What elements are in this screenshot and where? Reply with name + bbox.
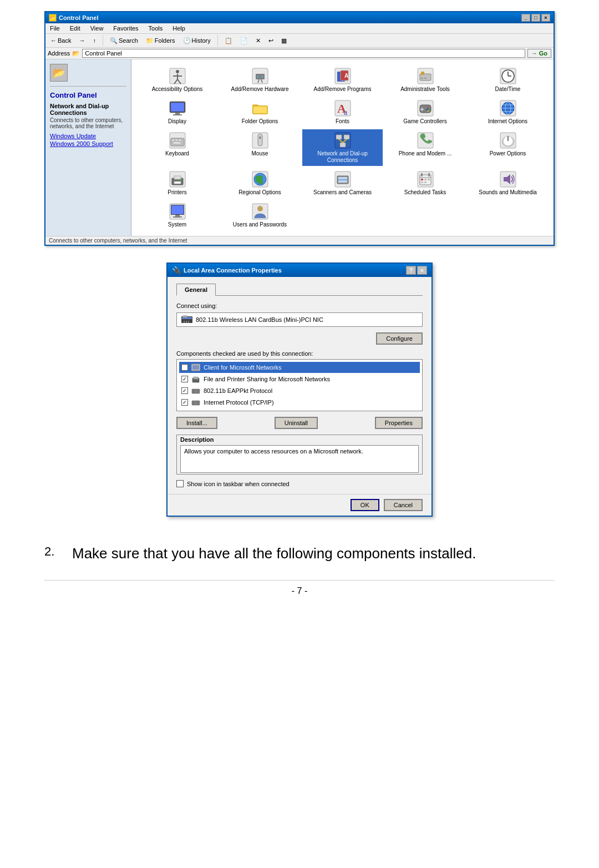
checkbox-3[interactable]: ✓ xyxy=(181,399,188,406)
history-icon: 🕐 xyxy=(183,37,191,44)
uninstall-button[interactable]: Uninstall xyxy=(275,417,318,429)
svg-rect-76 xyxy=(421,179,423,180)
gamecontrollers-icon xyxy=(417,99,434,117)
install-button[interactable]: Install... xyxy=(176,417,217,429)
menu-file[interactable]: File xyxy=(48,24,62,32)
menu-view[interactable]: View xyxy=(88,24,106,32)
folders-button[interactable]: 📁 Folders xyxy=(143,36,178,46)
dialog-help-button[interactable]: ? xyxy=(406,266,416,275)
connect-using-label: Connect using: xyxy=(176,302,423,309)
regional-icon xyxy=(251,170,269,188)
windows-support-link[interactable]: Windows 2000 Support xyxy=(50,140,126,147)
checkbox-1[interactable]: ✓ xyxy=(181,376,188,382)
description-text: Allows your computer to access resources… xyxy=(180,445,419,473)
titlebar-icon: 📂 xyxy=(49,14,57,22)
undo-button[interactable]: ↩ xyxy=(266,36,276,46)
menu-help[interactable]: Help xyxy=(170,24,187,32)
cp-label-programs: Add/Remove Programs xyxy=(314,86,372,93)
component-item-2[interactable]: ✓ 802.11b EAPPkt Protocol xyxy=(179,385,420,396)
cp-item-programs[interactable]: A Add/Remove Programs xyxy=(302,65,383,95)
cancel-button[interactable]: Cancel xyxy=(384,499,423,511)
close-button[interactable]: × xyxy=(541,14,550,22)
svg-rect-22 xyxy=(171,103,184,112)
fonts-icon: Aa xyxy=(334,99,352,117)
svg-rect-85 xyxy=(171,205,184,214)
back-icon: ← xyxy=(50,37,57,44)
go-button[interactable]: → Go xyxy=(527,49,551,58)
cp-item-folder[interactable]: Folder Options xyxy=(220,97,300,127)
history-button[interactable]: 🕐 History xyxy=(180,36,214,46)
toolbar: ← Back → ↑ 🔍 Search 📁 Folders 🕐 History … xyxy=(45,34,554,48)
cp-item-users[interactable]: Users and Passwords xyxy=(220,200,300,230)
cp-item-display[interactable]: Display xyxy=(137,97,217,127)
forward-button[interactable]: → xyxy=(76,36,88,46)
cp-item-keyboard[interactable]: Keyboard xyxy=(137,129,217,166)
address-input[interactable]: Control Panel xyxy=(82,49,525,58)
cp-item-admin[interactable]: Administrative Tools xyxy=(385,65,465,95)
cp-item-scanners[interactable]: Scanners and Cameras xyxy=(302,168,383,198)
cp-item-mouse[interactable]: Mouse xyxy=(220,129,300,166)
toolbar-separator-2 xyxy=(217,35,218,46)
show-icon-checkbox[interactable] xyxy=(176,480,184,487)
cp-item-scheduled[interactable]: Scheduled Tasks xyxy=(385,168,465,198)
svg-point-102 xyxy=(197,379,198,380)
tab-general[interactable]: General xyxy=(176,284,216,296)
svg-text:a: a xyxy=(344,108,348,117)
menu-favorites[interactable]: Favorites xyxy=(111,24,140,32)
folders-label: Folders xyxy=(155,37,175,44)
svg-rect-87 xyxy=(173,216,182,218)
window-controls: _ □ × xyxy=(521,14,550,22)
cp-item-accessibility[interactable]: Accessibility Options xyxy=(137,65,217,95)
minimize-button[interactable]: _ xyxy=(521,14,530,22)
cp-item-fonts[interactable]: Aa Fonts xyxy=(302,97,383,127)
scanners-icon xyxy=(334,170,352,188)
component-item-1[interactable]: ✓ File and Printer Sharing for Microsoft… xyxy=(179,374,420,385)
dialog-close-button[interactable]: × xyxy=(417,266,427,275)
menu-edit[interactable]: Edit xyxy=(68,24,83,32)
cp-item-regional[interactable]: Regional Options xyxy=(220,168,300,198)
restore-button[interactable]: □ xyxy=(531,14,540,22)
cp-item-power[interactable]: Power Options xyxy=(468,129,548,166)
svg-rect-23 xyxy=(175,113,180,114)
page-number: - 7 - xyxy=(44,580,555,602)
checkbox-0[interactable]: ✓ xyxy=(181,364,188,371)
cp-label-display: Display xyxy=(168,118,186,125)
svg-rect-46 xyxy=(179,139,181,141)
svg-rect-47 xyxy=(173,142,181,144)
cp-item-gamecontrollers[interactable]: Game Controllers xyxy=(385,97,465,127)
cp-item-printers[interactable]: Printers xyxy=(137,168,217,198)
cp-item-system[interactable]: System xyxy=(137,200,217,230)
search-button[interactable]: 🔍 Search xyxy=(107,36,141,46)
cp-item-phone[interactable]: Phone and Modem ... xyxy=(385,129,465,166)
cp-item-sounds[interactable]: Sounds and Multimedia xyxy=(468,168,548,198)
windows-update-link[interactable]: Windows Update xyxy=(50,133,126,139)
window-body: 📂 Control Panel Network and Dial-up Conn… xyxy=(45,59,554,236)
views-button[interactable]: ▦ xyxy=(278,36,290,46)
component-item-0[interactable]: ✓ Client for Microsoft Networks xyxy=(179,362,420,373)
svg-rect-99 xyxy=(192,365,199,370)
copyto-button[interactable]: 📄 xyxy=(237,36,251,46)
cp-item-hardware[interactable]: Add/Remove Hardware xyxy=(220,65,300,95)
svg-rect-101 xyxy=(194,377,198,379)
configure-button[interactable]: Configure xyxy=(376,332,423,345)
cp-item-internet[interactable]: Internet Options xyxy=(468,97,548,127)
component-label-2: 802.11b EAPPkt Protocol xyxy=(204,387,272,394)
cp-item-network[interactable]: Network and Dial-up Connections xyxy=(302,129,383,166)
properties-button[interactable]: Properties xyxy=(375,417,423,429)
ok-button[interactable]: OK xyxy=(351,499,379,511)
component-label-0: Client for Microsoft Networks xyxy=(204,364,282,371)
cp-item-datetime[interactable]: Date/Time xyxy=(468,65,548,95)
svg-point-64 xyxy=(180,179,181,181)
moveto-button[interactable]: 📋 xyxy=(222,36,235,46)
svg-rect-45 xyxy=(175,139,177,141)
menu-tools[interactable]: Tools xyxy=(146,24,165,32)
up-button[interactable]: ↑ xyxy=(90,36,99,46)
control-panel-content: Accessibility Options Add/Remove Hardwar… xyxy=(131,59,554,236)
mouse-icon xyxy=(251,132,269,149)
users-icon xyxy=(251,203,269,220)
back-button[interactable]: ← Back xyxy=(48,36,74,46)
delete-button[interactable]: ✕ xyxy=(253,36,263,46)
component-item-3[interactable]: ✓ Internet Protocol (TCP/IP) xyxy=(179,397,420,408)
sidebar-section-title: Network and Dial-up Connections xyxy=(50,103,126,116)
checkbox-2[interactable]: ✓ xyxy=(181,387,188,394)
